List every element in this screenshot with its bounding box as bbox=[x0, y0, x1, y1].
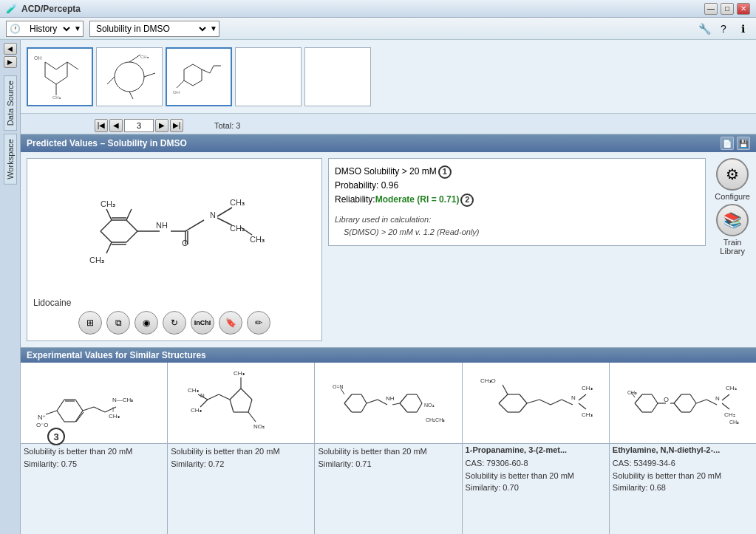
svg-text:N: N bbox=[715, 395, 720, 402]
svg-text:NO₂: NO₂ bbox=[253, 423, 265, 430]
copy-structure-btn[interactable]: ⊞ bbox=[78, 311, 102, 335]
svg-text:CH₂: CH₂ bbox=[726, 385, 737, 391]
sidebar-tab-workspace[interactable]: Workspace bbox=[4, 134, 17, 185]
thumb-2[interactable]: CH₃ bbox=[96, 47, 163, 106]
svg-line-71 bbox=[241, 388, 252, 400]
svg-text:N⁺: N⁺ bbox=[38, 414, 47, 421]
svg-line-124 bbox=[635, 394, 642, 403]
nav-controls-row: |◀ ◀ ▶ ▶| Total: 3 bbox=[21, 117, 756, 134]
svg-text:CH₃O: CH₃O bbox=[480, 377, 496, 384]
svg-text:CH₃: CH₃ bbox=[191, 407, 202, 414]
minimize-button[interactable]: — bbox=[704, 3, 718, 15]
svg-line-126 bbox=[652, 394, 658, 403]
history-select[interactable]: History bbox=[24, 21, 72, 36]
close-button[interactable]: ✕ bbox=[737, 3, 750, 15]
predicted-content: CH₃ CH₃ NH O bbox=[21, 152, 756, 347]
svg-line-94 bbox=[341, 388, 344, 394]
nav-prev-btn[interactable]: ◀ bbox=[109, 119, 123, 132]
svg-line-1 bbox=[45, 62, 56, 69]
svg-line-81 bbox=[200, 400, 208, 407]
copy-inchi-btn[interactable]: ⧉ bbox=[106, 311, 130, 335]
svg-line-74 bbox=[230, 400, 234, 412]
svg-line-85 bbox=[248, 412, 256, 422]
configure-btn[interactable]: ⚙ Configure bbox=[715, 158, 750, 201]
3d-view-btn[interactable]: ◉ bbox=[134, 311, 158, 335]
svg-line-54 bbox=[57, 400, 64, 411]
exp-svg-5: O N CH₂ CH₂ CH₃ CH₃ bbox=[624, 366, 742, 440]
exp-similarity-3: Similarity: 0.71 bbox=[318, 458, 458, 470]
svg-text:OH: OH bbox=[173, 90, 180, 95]
exp-solubility-2: Solubility is better than 20 mM bbox=[171, 445, 311, 458]
thumb-1[interactable]: OH CH₃ bbox=[27, 47, 93, 106]
predicted-section: Predicted Values – Solubility in DMSO 📄 … bbox=[21, 134, 756, 348]
total-label: Total: 3 bbox=[214, 121, 240, 130]
results-area: DMSO Solubility > 20 mM 1 Probability: 0… bbox=[328, 158, 750, 341]
svg-line-109 bbox=[520, 394, 527, 403]
train-library-label: TrainLibrary bbox=[720, 238, 745, 256]
info-icon[interactable]: ℹ bbox=[735, 21, 750, 36]
solubility-select[interactable]: Solubility in DMSO bbox=[90, 21, 208, 36]
save-icon[interactable]: 💾 bbox=[737, 137, 750, 150]
title-bar: 🧪 ACD/Percepta — □ ✕ bbox=[0, 0, 756, 18]
svg-line-30 bbox=[126, 220, 137, 231]
thumb-4[interactable] bbox=[235, 47, 302, 106]
svg-line-37 bbox=[126, 209, 132, 220]
exp-structure-4: CH₃O N CH₃ CH₃ bbox=[463, 363, 609, 444]
exp-similarity-2: Similarity: 0.72 bbox=[171, 458, 311, 470]
svg-line-79 bbox=[208, 394, 219, 400]
exp-structure-1: N—CH₃ | CH₃ N⁺ O⁻O bbox=[21, 363, 167, 444]
nav-last-btn[interactable]: ▶| bbox=[170, 119, 183, 132]
thumbnails-row: OH CH₃ bbox=[21, 40, 756, 114]
inchi-btn[interactable]: InChI bbox=[191, 311, 214, 335]
results-text: DMSO Solubility > 20 mM 1 Probability: 0… bbox=[328, 158, 706, 246]
sidebar-tab-datasource[interactable]: Data Source bbox=[4, 75, 17, 131]
svg-line-101 bbox=[417, 403, 422, 412]
exp-solubility-1: Solubility is better than 20 mM bbox=[24, 445, 164, 458]
thumb-3[interactable]: OH bbox=[166, 47, 232, 106]
exp-structure-2: CH₃ N CH₃ CH₃ NO₂ bbox=[168, 363, 314, 444]
edit-btn[interactable]: ✏ bbox=[247, 311, 270, 335]
configure-label: Configure bbox=[715, 192, 750, 201]
svg-text:CH₂CH₃: CH₂CH₃ bbox=[426, 417, 445, 422]
svg-line-6 bbox=[56, 77, 67, 84]
svg-line-22 bbox=[184, 81, 193, 86]
title-bar-left: 🧪 ACD/Percepta bbox=[6, 4, 81, 14]
settings-icon[interactable]: 🔧 bbox=[697, 21, 712, 36]
exp-solubility-5: Solubility is better than 20 mM bbox=[613, 470, 753, 482]
current-compound-input[interactable] bbox=[124, 119, 154, 132]
exp-solubility-4: Solubility is better than 20 mM bbox=[466, 470, 606, 482]
molecule-name: Lidocaine bbox=[33, 298, 71, 308]
exp-content: N—CH₃ | CH₃ N⁺ O⁻O Solubility is better … bbox=[21, 363, 756, 534]
svg-text:O=N: O=N bbox=[333, 384, 344, 389]
svg-line-122 bbox=[579, 403, 586, 409]
solubility-dropdown[interactable]: Solubility in DMSO ▼ bbox=[89, 21, 219, 37]
thumb-5[interactable] bbox=[304, 47, 371, 106]
svg-line-139 bbox=[696, 400, 706, 403]
sidebar-next-btn[interactable]: ▶ bbox=[4, 56, 17, 68]
train-library-btn[interactable]: 📚 TrainLibrary bbox=[716, 204, 749, 256]
svg-text:NH: NH bbox=[386, 395, 395, 402]
rotate-btn[interactable]: ↻ bbox=[163, 311, 186, 335]
svg-line-92 bbox=[344, 403, 352, 412]
nav-next-btn[interactable]: ▶ bbox=[155, 119, 168, 132]
svg-line-113 bbox=[503, 385, 508, 394]
svg-line-120 bbox=[579, 394, 586, 400]
exp-svg-4: CH₃O N CH₃ CH₃ bbox=[477, 366, 595, 440]
exp-svg-2: CH₃ N CH₃ CH₃ NO₂ bbox=[182, 366, 300, 440]
help-icon[interactable]: ? bbox=[716, 21, 731, 36]
svg-text:NH: NH bbox=[156, 221, 168, 230]
toolbar: 🕐 History ▼ Solubility in DMSO ▼ 🔧 ? ℹ bbox=[0, 18, 756, 40]
svg-line-14 bbox=[107, 77, 115, 84]
toolbar-right-icons: 🔧 ? ℹ bbox=[697, 21, 750, 36]
bookmark-btn[interactable]: 🔖 bbox=[219, 311, 242, 335]
svg-text:|: | bbox=[112, 405, 114, 412]
svg-line-16 bbox=[177, 81, 184, 88]
svg-text:CH₃: CH₃ bbox=[109, 413, 120, 420]
maximize-button[interactable]: □ bbox=[721, 3, 734, 15]
thumb-3-svg: OH bbox=[169, 51, 228, 103]
pdf-icon[interactable]: 📄 bbox=[721, 137, 734, 150]
nav-first-btn[interactable]: |◀ bbox=[95, 119, 108, 132]
history-dropdown[interactable]: 🕐 History ▼ bbox=[6, 21, 84, 37]
svg-line-38 bbox=[106, 242, 112, 253]
sidebar-prev-btn[interactable]: ◀ bbox=[4, 43, 17, 55]
